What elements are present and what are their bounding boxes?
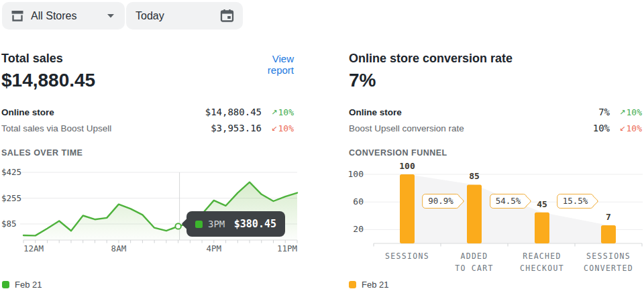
storefront-icon [10,9,25,23]
metric-change: 10% [627,123,642,133]
total-sales-value: $14,880.45 [1,70,95,91]
trend-up-icon: ↗ [271,109,277,116]
metric-row-boost-upsell-sales: Total sales via Boost Upsell $3,953.16 ↙… [1,121,294,135]
date-filter-button[interactable]: Today [126,2,243,30]
metric-value: $14,880.45 [205,107,262,117]
drop-rate-badge: 90.9% [422,194,460,209]
bar-value-label: 7 [594,213,623,222]
legend-swatch-green [195,221,203,228]
conversion-funnel-title: CONVERSION FUNNEL [349,148,447,158]
legend-swatch-green [2,281,9,288]
tooltip-time: 3PM [208,219,225,229]
metric-change: 10% [627,107,642,117]
drop-rate-badge: 54.5% [490,194,527,209]
x-axis-label: 4PM [207,244,222,253]
chevron-down-icon [107,14,114,18]
bar-value-label: 85 [460,172,489,181]
metric-row-boost-upsell-rate: Boost Upsell conversion rate 10% ↙10% [349,121,642,135]
trend-up-icon: ↗ [619,109,625,116]
drop-rate-badge: 15.5% [557,194,594,209]
y-axis-label: 60 [335,197,364,207]
bar-value-label: 100 [392,162,422,171]
metric-row-online-store-rate: Online store 7% ↗10% [349,105,642,119]
analytics-dashboard: All Stores Today Total sales View report… [0,0,644,289]
x-axis-label: 11PM [277,244,297,253]
x-axis-label: 8AM [111,244,127,253]
metric-change: 10% [278,107,294,117]
y-axis-label: $255 [1,194,21,203]
view-report-link[interactable]: View report [246,53,294,76]
calendar-icon [219,8,235,23]
y-axis-label: $85 [1,219,17,229]
trend-down-icon: ↙ [619,125,625,132]
date-filter-label: Today [136,10,164,22]
conversion-rate-title: Online store conversion rate [349,52,513,66]
metric-row-online-store-sales: Online store $14,880.45 ↗10% [1,105,294,119]
bar-value-label: 45 [527,200,557,209]
metric-value: 7% [598,107,610,117]
chart-tooltip: 3PM $380.45 [186,211,285,237]
metric-value: 10% [593,123,610,133]
tooltip-value: $380.45 [234,218,276,230]
store-filter-label: All Stores [31,10,76,22]
funnel-legend: Feb 21 [349,280,388,289]
metric-change: 10% [278,123,294,133]
legend-label: Feb 21 [362,280,388,289]
conversion-rate-value: 7% [349,70,376,91]
y-axis-label: $425 [1,168,21,177]
store-filter-button[interactable]: All Stores [2,2,125,30]
trend-down-icon: ↙ [271,125,277,132]
y-axis-label: 100 [335,170,364,179]
metric-value: $3,953.16 [211,123,262,133]
funnel-category-label: SESSIONSCONVERTED [574,250,643,274]
metric-label: Boost Upsell conversion rate [349,123,464,133]
metric-label: Online store [1,107,54,117]
sales-over-time-title: SALES OVER TIME [1,148,83,158]
legend-label: Feb 21 [15,280,42,289]
metric-label: Total sales via Boost Upsell [1,123,111,133]
total-sales-title: Total sales [1,52,63,66]
y-axis-label: 20 [335,225,364,234]
sales-legend: Feb 21 [2,280,42,289]
funnel-category-label: REACHEDCHECKOUT [507,250,577,274]
x-axis-label: 12AM [23,244,44,253]
metric-label: Online store [349,107,402,117]
legend-swatch-orange [349,281,356,288]
funnel-category-label: SESSIONS [372,250,442,262]
funnel-category-label: ADDEDTO CART [439,250,509,274]
